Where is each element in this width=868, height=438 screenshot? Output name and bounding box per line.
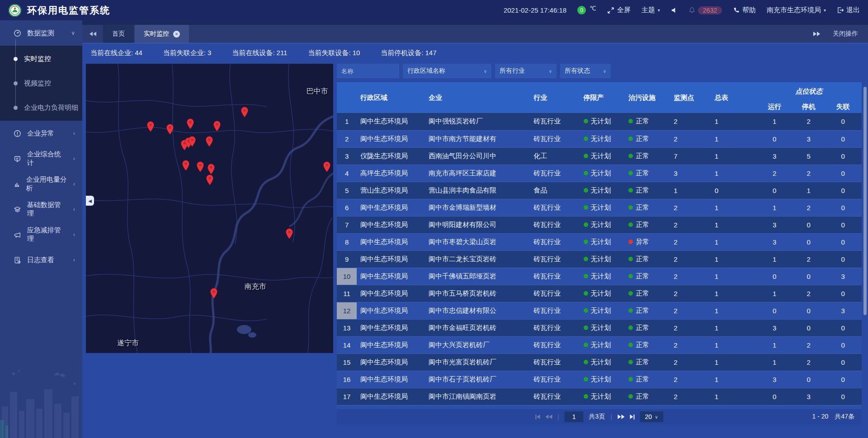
map-marker-pin[interactable]	[182, 160, 189, 171]
name-filter-input[interactable]	[337, 64, 399, 78]
tab-home[interactable]: 首页	[103, 25, 134, 43]
org-dropdown[interactable]: 南充市生态环境局 ▾	[767, 6, 826, 14]
map-area[interactable]: ◀ 巴中市南充市遂宁市	[86, 64, 333, 353]
sidebar-item-company-statistics[interactable]: 企业综合统计 ‹	[0, 146, 82, 171]
page-size-select[interactable]: 20 ∨	[640, 411, 663, 422]
stat-value: 3	[208, 49, 211, 57]
table-row[interactable]: 9 阆中生态环境局 阆中市二龙长宝页岩砖 砖瓦行业 无计划 正常 2 1 1 2…	[337, 250, 862, 268]
sidebar-item-data-monitor[interactable]: 数据监测 ∨	[0, 20, 82, 46]
status-dot	[584, 257, 588, 261]
map-marker-pin[interactable]	[213, 121, 221, 132]
cell-company: 阆中市江南镇阆南页岩	[425, 388, 530, 405]
last-page-button[interactable]	[630, 414, 634, 419]
map-marker-pin[interactable]	[286, 228, 293, 239]
industry-filter-select[interactable]: 所有行业 ∨	[495, 64, 557, 78]
cell-stop-status: 无计划	[580, 147, 625, 165]
stat-online-companies: 当前在线企业 44	[90, 49, 142, 57]
first-page-button[interactable]	[535, 414, 540, 419]
table-row[interactable]: 15 阆中生态环境局 阆中市光富页岩机砖厂 砖瓦行业 无计划 正常 2 1 1 …	[337, 353, 862, 371]
theme-dropdown[interactable]: 主题 ▾	[642, 6, 660, 14]
map-marker-pin[interactable]	[146, 121, 154, 132]
table-row[interactable]: 2 阆中生态环境局 阆中市南方节能建材有 砖瓦行业 无计划 正常 2 1 0 3…	[337, 130, 862, 147]
map-marker-pin[interactable]	[207, 164, 215, 174]
sidebar-item-log-view[interactable]: 日志查看 ‹	[0, 247, 82, 273]
table-row[interactable]: 10 阆中生态环境局 阆中千佛镇五郎垭页岩 砖瓦行业 无计划 正常 2 1 0 …	[337, 268, 862, 285]
table-row[interactable]: 3 仪陇生态环境局 西南油气田分公司川中 化工 无计划 正常 7 1 3 5 0	[337, 147, 862, 165]
table-row[interactable]: 18 南部生态环境局 南部县驰华山河有限公 建材加工 无计划 正常 6 0 0 …	[337, 405, 862, 409]
table-row[interactable]: 11 阆中生态环境局 阆中市五马桥页岩机砖 砖瓦行业 无计划 正常 2 1 1 …	[337, 285, 862, 302]
col-header-run: 运行	[756, 100, 793, 113]
col-header-industry: 行业	[530, 82, 580, 113]
table-row[interactable]: 4 高坪生态环境局 南充市高坪区王家店建 砖瓦行业 无计划 正常 3 1 2 2…	[337, 165, 862, 182]
tab-scroll-right-button[interactable]	[813, 32, 820, 36]
cell-run-count: 3	[756, 147, 793, 165]
map-marker-pin[interactable]	[186, 118, 194, 129]
col-header-company: 企业	[425, 82, 530, 113]
table-row[interactable]: 13 阆中生态环境局 阆中市金福旺页岩机砖 砖瓦行业 无计划 正常 2 1 3 …	[337, 319, 862, 336]
cell-run-count: 0	[756, 268, 793, 285]
cell-monitor-count: 2	[670, 268, 711, 285]
next-page-button[interactable]	[618, 414, 624, 419]
cell-industry: 砖瓦行业	[530, 336, 580, 353]
cell-lost-count: 0	[825, 147, 862, 165]
megaphone-icon	[14, 231, 21, 239]
cell-company: 阆中市金博瑞新型墙材	[425, 199, 530, 216]
sidebar-item-company-abnormal[interactable]: 企业异常 ‹	[0, 121, 82, 146]
speaker-muted-icon	[671, 7, 678, 14]
cell-halt-count: 2	[793, 199, 825, 216]
tab-realtime-monitor[interactable]: 实时监控 ×	[135, 25, 189, 43]
close-icon[interactable]: ×	[173, 31, 180, 38]
map-marker-pin[interactable]	[189, 136, 196, 147]
phone-icon	[733, 7, 740, 14]
cell-company: 阆中千佛镇五郎垭页岩	[425, 268, 530, 285]
vertical-scrollbar[interactable]	[863, 87, 867, 315]
cell-company: 阆中市光富页岩机砖厂	[425, 353, 530, 371]
map-collapse-handle[interactable]: ◀	[86, 196, 94, 206]
map-marker-pin[interactable]	[241, 107, 249, 118]
fullscreen-button[interactable]: 全屏	[607, 6, 631, 14]
pagination-bar: | 1 共3页 | 20 ∨ 1 - 20	[337, 409, 862, 424]
notifications[interactable]: 2632	[689, 6, 722, 14]
sidebar-item-power-usage-analysis[interactable]: 企业用电量分析 ‹	[0, 171, 82, 197]
chevron-down-icon: ▾	[824, 8, 826, 13]
status-filter-select[interactable]: 所有状态 ∨	[560, 64, 611, 78]
table-row[interactable]: 1 阆中生态环境局 阆中强锐页岩砖厂 砖瓦行业 无计划 正常 2 1 1 2 0	[337, 113, 862, 130]
sidebar-item-emergency-reduction[interactable]: 应急减排管理 ‹	[0, 222, 82, 247]
table-row[interactable]: 16 阆中生态环境局 阆中市石子页岩机砖厂 砖瓦行业 无计划 正常 2 1 3 …	[337, 371, 862, 388]
prev-page-button[interactable]	[545, 414, 552, 419]
page-number-input[interactable]: 1	[565, 411, 584, 422]
table-row[interactable]: 7 阆中生态环境局 阆中明阳建材有限公司 砖瓦行业 无计划 正常 2 1 3 0…	[337, 216, 862, 233]
sidebar-item-video-monitor[interactable]: 视频监控	[0, 71, 82, 95]
table-row[interactable]: 8 阆中生态环境局 阆中市枣碧大梁山页岩 砖瓦行业 无计划 异常 2 1 3 0…	[337, 233, 862, 250]
table-row[interactable]: 5 营山生态环境局 营山县润丰肉食品有限 食品 无计划 正常 1 0 0 1 0	[337, 182, 862, 199]
col-header-monitor: 监测点	[670, 82, 711, 113]
table-row[interactable]: 6 阆中生态环境局 阆中市金博瑞新型墙材 砖瓦行业 无计划 正常 2 1 1 2…	[337, 199, 862, 216]
map-marker-pin[interactable]	[206, 174, 214, 185]
logout-button[interactable]: 退出	[837, 6, 860, 14]
mute-button[interactable]	[671, 7, 678, 14]
map-marker-pin[interactable]	[323, 161, 330, 172]
cell-stop-status: 无计划	[580, 216, 625, 233]
cell-monitor-count: 2	[670, 353, 711, 371]
close-operations-button[interactable]: 关闭操作	[833, 30, 858, 38]
cell-stop-status: 无计划	[580, 250, 625, 268]
cell-lost-count: 0	[825, 216, 862, 233]
map-marker-pin[interactable]	[197, 161, 204, 172]
map-marker-pin[interactable]	[166, 124, 174, 135]
cell-meter-count: 0	[711, 182, 756, 199]
cell-monitor-count: 2	[670, 285, 711, 302]
cell-run-count: 1	[756, 353, 793, 371]
map-marker-pin[interactable]	[210, 288, 217, 299]
row-seq: 10	[337, 268, 357, 285]
sidebar-item-base-data-management[interactable]: 基础数据管理 ‹	[0, 197, 82, 222]
table-row[interactable]: 17 阆中生态环境局 阆中市江南镇阆南页岩 砖瓦行业 无计划 正常 2 1 0 …	[337, 388, 862, 405]
cell-industry: 砖瓦行业	[530, 216, 580, 233]
sidebar-item-power-load-detail[interactable]: 企业电力负荷明细	[0, 95, 82, 120]
region-filter-select[interactable]: 行政区域名称 ∨	[403, 64, 491, 78]
map-marker-pin[interactable]	[205, 136, 213, 147]
table-row[interactable]: 14 阆中生态环境局 阆中大兴页岩机砖厂 砖瓦行业 无计划 正常 2 1 1 2…	[337, 336, 862, 353]
table-row[interactable]: 12 阆中生态环境局 阆中市忠信建材有限公 砖瓦行业 无计划 正常 2 1 0 …	[337, 302, 862, 319]
tab-scroll-left-button[interactable]	[82, 25, 103, 43]
sidebar-item-realtime-monitor[interactable]: 实时监控	[0, 47, 82, 71]
help-button[interactable]: 帮助	[733, 6, 756, 14]
